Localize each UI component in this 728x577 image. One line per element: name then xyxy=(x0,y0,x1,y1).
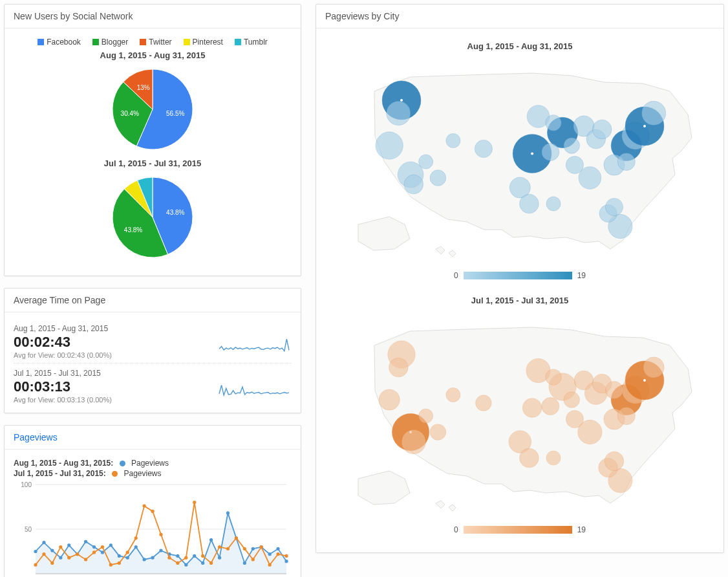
city-bubble[interactable] xyxy=(605,381,623,398)
data-point[interactable] xyxy=(76,552,79,556)
data-point[interactable] xyxy=(276,547,279,550)
legend-item[interactable]: Pinterest xyxy=(184,38,223,47)
data-point[interactable] xyxy=(201,554,204,558)
data-point[interactable] xyxy=(101,550,104,554)
data-point[interactable] xyxy=(252,558,255,561)
data-point[interactable] xyxy=(276,552,279,556)
city-bubble[interactable] xyxy=(643,357,664,378)
city-bubble[interactable] xyxy=(430,170,446,186)
data-point[interactable] xyxy=(260,545,263,549)
data-point[interactable] xyxy=(59,545,62,549)
data-point[interactable] xyxy=(59,556,62,560)
data-point[interactable] xyxy=(235,536,238,539)
data-point[interactable] xyxy=(218,556,221,560)
data-point[interactable] xyxy=(134,536,138,539)
city-bubble[interactable] xyxy=(379,389,400,410)
data-point[interactable] xyxy=(159,533,162,536)
data-point[interactable] xyxy=(50,549,54,552)
data-point[interactable] xyxy=(42,541,45,544)
data-point[interactable] xyxy=(243,561,246,565)
data-point[interactable] xyxy=(209,538,213,541)
city-bubble[interactable] xyxy=(446,387,460,402)
legend-item[interactable]: Twitter xyxy=(140,38,171,47)
data-point[interactable] xyxy=(176,554,179,558)
city-bubble[interactable] xyxy=(522,398,542,418)
city-bubble[interactable] xyxy=(542,397,559,415)
city-bubble[interactable] xyxy=(376,132,403,159)
data-point[interactable] xyxy=(134,545,138,549)
city-bubble[interactable] xyxy=(520,448,539,468)
city-bubble[interactable] xyxy=(546,115,562,131)
city-bubble[interactable] xyxy=(520,194,539,213)
data-point[interactable] xyxy=(268,552,272,556)
city-bubble[interactable] xyxy=(546,369,562,386)
data-point[interactable] xyxy=(193,554,196,558)
city-bubble[interactable] xyxy=(566,156,583,173)
data-point[interactable] xyxy=(118,561,121,565)
data-point[interactable] xyxy=(50,561,54,565)
data-point[interactable] xyxy=(226,512,230,515)
data-point[interactable] xyxy=(109,563,112,567)
city-bubble[interactable] xyxy=(475,140,492,157)
data-point[interactable] xyxy=(284,554,288,558)
city-bubble[interactable] xyxy=(566,410,583,428)
data-point[interactable] xyxy=(184,556,187,560)
data-point[interactable] xyxy=(184,563,187,567)
city-bubble[interactable] xyxy=(419,155,433,169)
data-point[interactable] xyxy=(159,549,162,552)
data-point[interactable] xyxy=(34,550,37,553)
data-point[interactable] xyxy=(92,545,96,549)
pie-label: 43.8% xyxy=(124,226,142,234)
city-bubble[interactable] xyxy=(564,392,580,408)
city-bubble[interactable] xyxy=(404,175,423,194)
city-bubble[interactable] xyxy=(592,120,612,139)
data-point[interactable] xyxy=(193,501,196,504)
data-point[interactable] xyxy=(118,554,121,558)
data-point[interactable] xyxy=(92,550,96,554)
data-point[interactable] xyxy=(84,558,87,561)
data-point[interactable] xyxy=(126,550,129,554)
data-point[interactable] xyxy=(34,563,37,567)
data-point[interactable] xyxy=(284,560,288,563)
data-point[interactable] xyxy=(143,505,146,508)
data-point[interactable] xyxy=(243,547,246,550)
data-point[interactable] xyxy=(209,561,213,565)
city-bubble[interactable] xyxy=(564,138,580,154)
card-title[interactable]: Pageviews xyxy=(5,426,301,450)
data-point[interactable] xyxy=(101,545,104,549)
data-point[interactable] xyxy=(252,547,255,550)
data-point[interactable] xyxy=(167,556,171,560)
city-bubble[interactable] xyxy=(546,451,561,465)
data-point[interactable] xyxy=(67,556,70,560)
data-point[interactable] xyxy=(67,543,70,547)
data-point[interactable] xyxy=(151,556,154,560)
city-bubble[interactable] xyxy=(446,133,460,147)
city-bubble[interactable] xyxy=(605,452,624,471)
legend-item[interactable]: Blogger xyxy=(92,38,128,47)
city-bubble[interactable] xyxy=(387,101,411,125)
city-bubble[interactable] xyxy=(641,101,665,125)
city-bubble[interactable] xyxy=(542,143,559,160)
city-bubble[interactable] xyxy=(401,430,425,453)
city-bubble[interactable] xyxy=(617,153,635,170)
city-bubble[interactable] xyxy=(605,198,623,215)
data-point[interactable] xyxy=(84,540,87,543)
legend-item[interactable]: Facebook xyxy=(37,38,81,47)
data-point[interactable] xyxy=(151,510,154,513)
city-bubble[interactable] xyxy=(546,197,561,211)
data-point[interactable] xyxy=(143,558,146,561)
city-bubble[interactable] xyxy=(617,407,635,424)
city-bubble[interactable] xyxy=(476,395,492,411)
data-point[interactable] xyxy=(201,561,204,565)
data-point[interactable] xyxy=(109,543,112,547)
data-point[interactable] xyxy=(176,561,179,565)
data-point[interactable] xyxy=(218,545,221,549)
legend-item[interactable]: Tumblr xyxy=(235,38,268,47)
city-bubble[interactable] xyxy=(430,424,446,441)
city-bubble[interactable] xyxy=(389,358,408,377)
data-point[interactable] xyxy=(268,563,272,567)
data-point[interactable] xyxy=(42,552,45,556)
data-point[interactable] xyxy=(126,556,129,560)
data-point[interactable] xyxy=(226,547,230,550)
city-bubble[interactable] xyxy=(419,409,433,423)
